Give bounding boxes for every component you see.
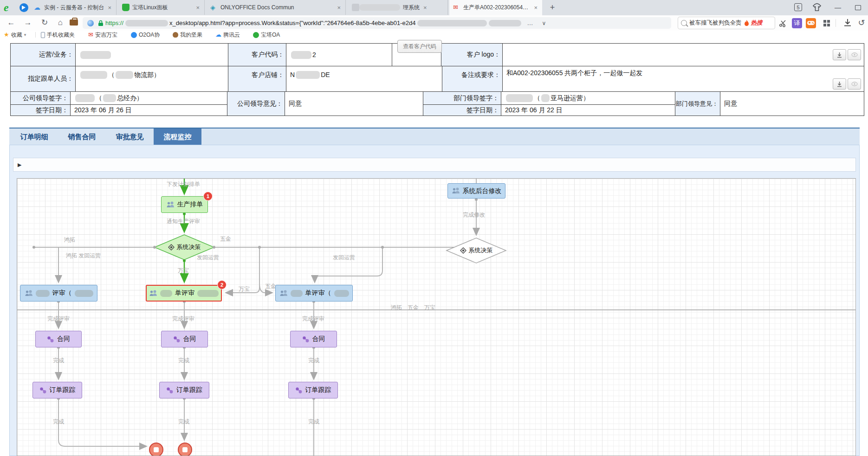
forward-icon[interactable]: → xyxy=(21,17,34,29)
collapse-arrow-icon[interactable]: ▶ xyxy=(18,162,21,167)
node-label: 评审（ xyxy=(52,289,72,297)
edge-label: 完成 xyxy=(308,357,319,365)
bookmark-baota-oa[interactable]: 宝塔OA xyxy=(253,31,280,39)
edge-label: 完成 xyxy=(178,357,189,365)
download-file-button[interactable] xyxy=(833,78,846,90)
url-more-icon[interactable]: … xyxy=(527,19,533,26)
node-contract-right[interactable]: 合同 xyxy=(290,331,337,347)
restore-button[interactable] xyxy=(855,5,861,10)
bookmark-o2oa[interactable]: O2OA协 xyxy=(131,31,160,39)
browser-tab-4[interactable]: 理系统 × xyxy=(348,0,448,15)
bookmark-favorites[interactable]: ★ 收藏 ▾ xyxy=(4,31,26,39)
hot-search-label[interactable]: 热搜 xyxy=(751,19,763,27)
people-icon xyxy=(166,201,175,208)
preview-file-button[interactable] xyxy=(848,49,861,60)
value-customer-code: 2 xyxy=(286,43,392,66)
url-dropdown-icon[interactable]: ∨ xyxy=(542,20,546,26)
bookmark-label: 安吉万宝 xyxy=(95,31,117,39)
new-tab-button[interactable]: + xyxy=(547,2,558,13)
search-query[interactable]: 被车撞飞被判负全责 xyxy=(689,19,742,27)
node-end-mid[interactable] xyxy=(178,443,192,456)
edge-label: 五金 xyxy=(265,283,276,290)
node-production-schedule[interactable]: 生产排单 xyxy=(161,196,208,213)
tab-close-icon[interactable]: × xyxy=(533,4,538,11)
browser-tab-3[interactable]: ◈ ONLYOFFICE Docs Commun × xyxy=(207,0,346,15)
tab-process-monitor[interactable]: 流程监控 xyxy=(154,128,201,145)
node-contract-mid[interactable]: 合同 xyxy=(161,331,208,347)
bookmarks-bar: ★ 收藏 ▾ 手机收藏夹 ✉ 安吉万宝 O2OA协 我的坚果 ☁ 腾讯云 宝塔O… xyxy=(0,31,868,39)
bookmark-anjiwanbao[interactable]: ✉ 安吉万宝 xyxy=(88,31,117,39)
blurred-favicon xyxy=(352,4,359,11)
apps-grid-icon[interactable] xyxy=(823,20,830,26)
caret-down-icon[interactable]: ▾ xyxy=(24,31,26,39)
flow-connectors xyxy=(17,179,856,456)
node-end-left[interactable] xyxy=(149,443,163,456)
node-label: 系统决策 xyxy=(177,243,201,251)
tab-close-icon[interactable]: × xyxy=(336,4,342,11)
view-customer-code-button[interactable]: 查看客户代码 xyxy=(397,40,442,53)
redacted-text xyxy=(334,290,349,297)
node-tracking-right[interactable]: 订单跟踪 xyxy=(288,382,338,398)
tab-sales-contract[interactable]: 销售合同 xyxy=(58,128,106,145)
minimize-button[interactable]: — xyxy=(832,2,843,13)
bookmark-tencent-cloud[interactable]: ☁ 腾讯云 xyxy=(215,31,240,39)
edge-label: 发回运营 xyxy=(333,254,355,262)
flame-icon xyxy=(744,20,749,26)
bookmark-label: 我的坚果 xyxy=(180,31,202,39)
collapse-bar[interactable]: ▶ xyxy=(13,158,856,172)
browser-tab-2[interactable]: 宝塔Linux面板 × xyxy=(118,0,205,15)
tab-close-icon[interactable]: × xyxy=(422,4,428,11)
skin-shirt-icon[interactable] xyxy=(812,3,822,14)
scissors-icon[interactable] xyxy=(779,19,787,29)
gamepad-icon[interactable] xyxy=(806,18,816,28)
node-label: 单评审（ xyxy=(305,289,331,297)
session-count-badge[interactable]: 5 xyxy=(794,3,802,11)
node-system-decision-2[interactable]: 系统决策 xyxy=(447,238,506,263)
edge-label: 鸿拓 xyxy=(64,236,75,244)
edge-label: 万宝 xyxy=(178,267,189,275)
cloud-favicon: ☁ xyxy=(34,4,41,11)
tab-title: 实例 - 云服务器 - 控制台 xyxy=(44,4,104,12)
label-remark: 备注或要求： xyxy=(442,66,503,92)
browser-tab-active[interactable]: ✉ 生产单A002-202306054_发往 × xyxy=(449,0,542,15)
briefcase-icon[interactable] xyxy=(70,19,78,26)
tab-close-icon[interactable]: × xyxy=(195,4,201,11)
value-company-opinion: 同意 xyxy=(285,92,423,116)
node-tracking-mid[interactable]: 订单跟踪 xyxy=(159,382,209,398)
undo-icon[interactable]: ↺ xyxy=(855,17,868,29)
download-file-button[interactable] xyxy=(833,49,846,60)
bookmark-mobile[interactable]: 手机收藏夹 xyxy=(41,31,75,39)
profile-icon[interactable] xyxy=(19,3,28,12)
edge-label: 完成 xyxy=(53,357,64,365)
address-bar[interactable]: https:// x_desktop/app.html?app=process.… xyxy=(83,17,671,29)
tab-close-icon[interactable]: × xyxy=(107,4,112,11)
nut-icon xyxy=(173,32,178,38)
download-icon[interactable] xyxy=(843,18,852,29)
browser-logo-icon[interactable]: e xyxy=(4,2,16,14)
back-icon[interactable]: ← xyxy=(5,17,18,29)
translate-icon[interactable]: 译 xyxy=(792,18,802,28)
node-review-right[interactable]: 单评审（ xyxy=(275,285,353,302)
tab-approval-opinion[interactable]: 审批意见 xyxy=(106,128,154,145)
node-label: 合同 xyxy=(312,335,325,343)
node-contract-left[interactable]: 合同 xyxy=(35,331,82,347)
bookmark-label: 宝塔OA xyxy=(261,31,280,39)
node-system-decision[interactable]: 系统决策 xyxy=(155,235,214,260)
node-tracking-left[interactable]: 订单跟踪 xyxy=(32,382,82,398)
decision-icon xyxy=(168,244,175,250)
edge-label: 完成评审 xyxy=(302,315,324,323)
baota-favicon xyxy=(122,4,130,11)
bookmark-nut[interactable]: 我的坚果 xyxy=(173,31,202,39)
home-icon[interactable]: ⌂ xyxy=(54,17,67,29)
site-shield-icon[interactable] xyxy=(87,20,94,26)
preview-file-button[interactable] xyxy=(848,78,861,90)
node-review-mid[interactable]: 单评审 xyxy=(146,285,222,302)
tab-title: 生产单A002-202306054_发往 xyxy=(463,4,530,12)
browser-tab-1[interactable]: ☁ 实例 - 云服务器 - 控制台 × xyxy=(30,0,117,15)
reload-icon[interactable]: ↻ xyxy=(38,17,51,29)
flowchart-canvas[interactable]: 下发计划排单 通知生产评审 鸿拓 五金 鸿拓 发回运营 发回运营 发回运营 万宝… xyxy=(17,178,856,456)
tab-order-detail[interactable]: 订单明细 xyxy=(10,128,58,145)
search-box[interactable]: 被车撞飞被判负全责 热搜 xyxy=(678,17,775,29)
node-review-left[interactable]: 评审（ xyxy=(20,285,97,302)
node-backend-modify[interactable]: 系统后台修改 xyxy=(447,183,505,199)
